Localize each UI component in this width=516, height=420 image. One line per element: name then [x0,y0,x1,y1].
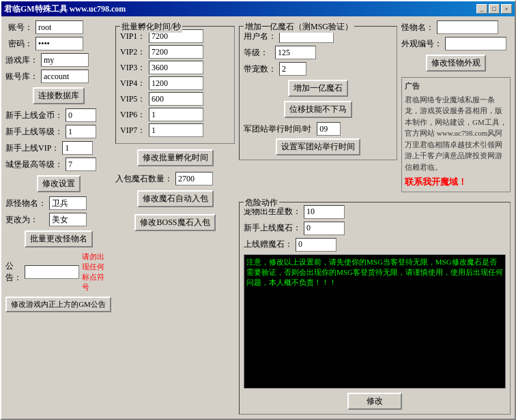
gamedb-label: 游戏库： [5,55,38,66]
danger-modify-button[interactable]: 修改 [347,393,402,410]
gamedb-row: 游戏库： [5,53,111,67]
newbie-gold-row: 新手上线金币： [5,108,111,122]
vip-4-input[interactable] [149,76,203,90]
newbie-magic-row: 新手上线魔石： [244,222,506,235]
vip-4-label: VIP4： [120,78,146,89]
vip-row-6: VIP6： [120,108,230,121]
vip-2-label: VIP2： [120,46,146,58]
level-row: 等级： [244,46,392,59]
ad-box: 广告 君临网络专业魔域私服一条龙，游戏英设服务器相用，版本制作，网站建设，GM工… [401,77,511,192]
vip-5-input[interactable] [149,92,203,106]
modify-magic-auto-button[interactable]: 修改魔石自动入包 [137,190,214,207]
announcement-label: 公告： [5,260,22,284]
vip-3-label: VIP3： [120,62,146,74]
gamedb-input[interactable] [41,53,89,67]
bag-magic-input[interactable] [175,172,213,185]
change-to-label: 更改为： [5,214,38,226]
announcement-input[interactable] [25,265,79,279]
newbie-level-input[interactable] [66,125,96,138]
appearance-label: 外观编号： [401,38,442,50]
newbie-vip-input[interactable] [62,141,93,155]
window-title: 君临GM特殊工具 www.uc798.com [4,3,126,15]
vip-2-input[interactable] [149,45,203,59]
add-magic-button[interactable]: 增加一亿魔石 [288,80,348,97]
vip-6-label: VIP6： [120,109,146,121]
left-column: 账号： 密码： 游戏库： 账号库： 连接数据库 新手上线金币： [5,20,111,415]
danger-title: 危险动作 [244,197,279,209]
change-to-row: 更改为： [5,213,111,226]
vip-3-input[interactable] [149,61,203,74]
password-input[interactable] [35,37,83,50]
vip-6-input[interactable] [149,108,203,121]
vip-7-label: VIP7： [120,125,146,136]
original-monster-label: 原怪物名： [5,198,46,209]
pet-count-label: 带宠数： [244,63,276,75]
original-monster-row: 原怪物名： [5,196,111,210]
pet-star-input[interactable] [304,205,345,219]
middle-column: 批量孵化时间/秒 VIP1： VIP2： VIP3： VIP4： VIP5： V… [115,20,235,415]
close-button[interactable]: × [501,4,512,14]
newbie-magic-label: 新手上线魔石： [244,222,301,234]
army-time-input[interactable] [317,122,341,136]
password-row: 密码： [5,37,111,50]
pet-count-row: 带宠数： [244,62,392,76]
newbie-level-label: 新手上线等级： [5,126,63,138]
bag-magic-label: 入包魔石数量： [115,173,173,185]
modify-batch-button[interactable]: 修改批量孵化时间 [137,149,214,166]
vip-row-7: VIP7： [120,123,230,137]
newbie-vip-row: 新手上线VIP： [5,141,111,155]
move-skill-button[interactable]: 位移技能不下马 [284,101,352,118]
appearance-input[interactable] [445,37,506,50]
main-window: 君临GM特殊工具 www.uc798.com _ □ × 账号： 密码： 游戏库… [0,0,516,420]
right-side-panels: 怪物名： 外观编号： 修改怪物外观 广告 君临网络专业魔域私服 [401,20,511,192]
account-row: 账号： [5,20,111,34]
account-label: 账号： [5,22,33,33]
announcement-hint: 请勿出现任何标点符号 [82,252,111,292]
army-set-button[interactable]: 设置军团站举行时间 [276,138,360,155]
accountdb-input[interactable] [41,70,89,83]
danger-group: 危险动作 宠物出生星数： 新手上线魔石： 上线赠魔石： 注意，修改以上设置前，请… [239,202,511,415]
modify-appearance-button[interactable]: 修改怪物外观 [426,55,486,72]
newbie-magic-input[interactable] [304,222,345,235]
vip-5-label: VIP5： [120,93,146,105]
vip-row-2: VIP2： [120,45,230,59]
pet-count-input[interactable] [279,62,306,76]
ad-content: 君临网络专业魔域私服一条龙，游戏英设服务器相用，版本制作，网站建设，GM工具，官… [405,94,507,173]
army-time-label: 军团站举行时间/时 [244,123,311,135]
add-magic-title: 增加一亿魔石（测MSG验证） [244,21,354,33]
account-input[interactable] [35,20,83,34]
newbie-level-row: 新手上线等级： [5,125,111,138]
batch-hatch-group: 批量孵化时间/秒 VIP1： VIP2： VIP3： VIP4： VIP5： V… [115,26,235,144]
online-gift-input[interactable] [296,238,336,252]
monster-name-label: 怪物名： [401,22,434,33]
change-to-input[interactable] [49,213,87,226]
modify-announcement-button[interactable]: 修改游戏内正上方的GM公告 [5,297,111,312]
original-monster-input[interactable] [49,196,87,210]
connect-db-button[interactable]: 连接数据库 [33,87,85,104]
castle-max-input[interactable] [66,158,96,171]
monster-name-row: 怪物名： [401,20,511,34]
vip-row-5: VIP5： [120,92,230,106]
add-magic-group: 增加一亿魔石（测MSG验证） 用户名： 等级： 带宠数： [239,26,397,160]
minimize-button[interactable]: _ [476,4,487,14]
batch-change-button[interactable]: 批量更改怪物名 [25,230,93,247]
maximize-button[interactable]: □ [489,4,500,14]
vip-row-3: VIP3： [120,61,230,74]
modify-settings-button[interactable]: 修改设置 [37,175,81,192]
newbie-gold-label: 新手上线金币： [5,110,63,121]
bag-magic-row: 入包魔石数量： [115,172,235,185]
modify-boss-magic-button[interactable]: 修改BOSS魔石入包 [134,214,215,231]
warning-text: 注意，修改以上设置前，请先使你的MSG当客登待无限，MSG修改魔石是否需要验证，… [244,254,506,389]
vip-7-input[interactable] [149,123,203,137]
castle-max-row: 城堡最高等级： [5,158,111,171]
level-input[interactable] [275,46,316,59]
main-content: 账号： 密码： 游戏库： 账号库： 连接数据库 新手上线金币： [1,16,515,419]
newbie-gold-input[interactable] [66,108,96,122]
ad-link[interactable]: 联系我开魔域！ [405,175,507,189]
accountdb-row: 账号库： [5,70,111,83]
newbie-vip-label: 新手上线VIP： [5,142,59,154]
ad-label: 广告 [405,80,507,92]
monster-name-input[interactable] [437,20,498,34]
online-gift-row: 上线赠魔石： [244,238,506,252]
monster-appearance-panel: 怪物名： 外观编号： 修改怪物外观 [401,20,511,73]
